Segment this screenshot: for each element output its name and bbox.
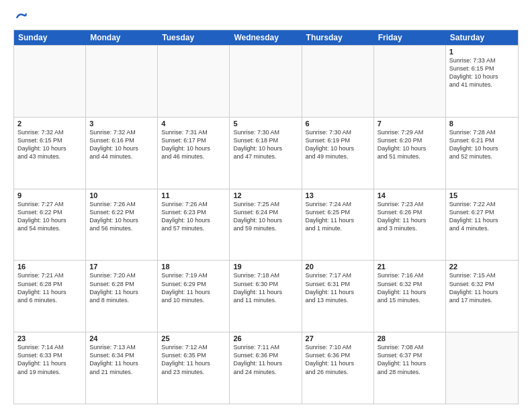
day-number: 27 <box>306 334 370 342</box>
day-info: Sunrise: 7:10 AM Sunset: 6:36 PM Dayligh… <box>306 343 370 376</box>
weekday-header-monday: Monday <box>86 30 158 45</box>
logo <box>13 11 28 24</box>
day-number: 23 <box>17 334 82 342</box>
day-info: Sunrise: 7:14 AM Sunset: 6:33 PM Dayligh… <box>17 343 82 376</box>
day-number: 9 <box>17 191 82 199</box>
cal-cell: 26Sunrise: 7:11 AM Sunset: 6:36 PM Dayli… <box>230 332 302 404</box>
calendar: SundayMondayTuesdayWednesdayThursdayFrid… <box>13 30 519 404</box>
cal-row-5: 23Sunrise: 7:14 AM Sunset: 6:33 PM Dayli… <box>14 332 518 404</box>
cal-cell: 15Sunrise: 7:22 AM Sunset: 6:27 PM Dayli… <box>446 189 518 261</box>
cal-cell: 3Sunrise: 7:32 AM Sunset: 6:16 PM Daylig… <box>86 118 158 189</box>
day-number: 19 <box>233 263 298 271</box>
day-info: Sunrise: 7:26 AM Sunset: 6:23 PM Dayligh… <box>161 200 226 233</box>
day-info: Sunrise: 7:23 AM Sunset: 6:26 PM Dayligh… <box>378 200 442 233</box>
cal-cell: 24Sunrise: 7:13 AM Sunset: 6:34 PM Dayli… <box>86 332 158 404</box>
day-info: Sunrise: 7:33 AM Sunset: 6:15 PM Dayligh… <box>449 56 515 89</box>
cal-cell <box>14 46 86 117</box>
day-number: 4 <box>161 120 226 128</box>
cal-cell: 8Sunrise: 7:28 AM Sunset: 6:21 PM Daylig… <box>446 118 518 189</box>
day-info: Sunrise: 7:22 AM Sunset: 6:27 PM Dayligh… <box>449 200 515 233</box>
cal-cell: 23Sunrise: 7:14 AM Sunset: 6:33 PM Dayli… <box>14 332 86 404</box>
day-info: Sunrise: 7:31 AM Sunset: 6:17 PM Dayligh… <box>161 128 226 161</box>
page: SundayMondayTuesdayWednesdayThursdayFrid… <box>0 0 532 411</box>
day-info: Sunrise: 7:15 AM Sunset: 6:32 PM Dayligh… <box>449 271 515 304</box>
cal-cell: 1Sunrise: 7:33 AM Sunset: 6:15 PM Daylig… <box>446 46 518 117</box>
cal-cell <box>446 332 518 404</box>
day-number: 12 <box>233 191 298 199</box>
cal-cell: 4Sunrise: 7:31 AM Sunset: 6:17 PM Daylig… <box>158 118 230 189</box>
day-number: 26 <box>233 334 298 342</box>
day-info: Sunrise: 7:30 AM Sunset: 6:18 PM Dayligh… <box>233 128 298 161</box>
day-info: Sunrise: 7:25 AM Sunset: 6:24 PM Dayligh… <box>233 200 298 233</box>
weekday-header-wednesday: Wednesday <box>230 30 302 45</box>
day-number: 1 <box>449 48 515 56</box>
cal-cell: 18Sunrise: 7:19 AM Sunset: 6:29 PM Dayli… <box>158 261 230 332</box>
cal-cell: 28Sunrise: 7:08 AM Sunset: 6:37 PM Dayli… <box>374 332 446 404</box>
cal-cell: 27Sunrise: 7:10 AM Sunset: 6:36 PM Dayli… <box>302 332 374 404</box>
cal-row-4: 16Sunrise: 7:21 AM Sunset: 6:28 PM Dayli… <box>14 260 518 332</box>
cal-cell: 7Sunrise: 7:29 AM Sunset: 6:20 PM Daylig… <box>374 118 446 189</box>
day-info: Sunrise: 7:32 AM Sunset: 6:15 PM Dayligh… <box>17 128 82 161</box>
calendar-header: SundayMondayTuesdayWednesdayThursdayFrid… <box>14 30 518 45</box>
day-number: 8 <box>449 120 515 128</box>
day-info: Sunrise: 7:13 AM Sunset: 6:34 PM Dayligh… <box>89 343 154 376</box>
cal-cell: 25Sunrise: 7:12 AM Sunset: 6:35 PM Dayli… <box>158 332 230 404</box>
day-number: 22 <box>449 263 515 271</box>
cal-cell: 20Sunrise: 7:17 AM Sunset: 6:31 PM Dayli… <box>302 261 374 332</box>
header <box>13 11 519 24</box>
day-number: 2 <box>17 120 82 128</box>
cal-cell: 12Sunrise: 7:25 AM Sunset: 6:24 PM Dayli… <box>230 189 302 261</box>
cal-cell: 22Sunrise: 7:15 AM Sunset: 6:32 PM Dayli… <box>446 261 518 332</box>
cal-cell: 19Sunrise: 7:18 AM Sunset: 6:30 PM Dayli… <box>230 261 302 332</box>
weekday-header-saturday: Saturday <box>446 30 518 45</box>
cal-cell <box>158 46 230 117</box>
cal-row-3: 9Sunrise: 7:27 AM Sunset: 6:22 PM Daylig… <box>14 189 518 261</box>
cal-cell <box>302 46 374 117</box>
day-number: 11 <box>161 191 226 199</box>
day-number: 10 <box>89 191 154 199</box>
cal-cell: 10Sunrise: 7:26 AM Sunset: 6:22 PM Dayli… <box>86 189 158 261</box>
cal-row-2: 2Sunrise: 7:32 AM Sunset: 6:15 PM Daylig… <box>14 117 518 189</box>
day-number: 6 <box>306 120 370 128</box>
day-info: Sunrise: 7:30 AM Sunset: 6:19 PM Dayligh… <box>306 128 370 161</box>
cal-cell: 21Sunrise: 7:16 AM Sunset: 6:32 PM Dayli… <box>374 261 446 332</box>
day-info: Sunrise: 7:19 AM Sunset: 6:29 PM Dayligh… <box>161 271 226 304</box>
day-info: Sunrise: 7:12 AM Sunset: 6:35 PM Dayligh… <box>161 343 226 376</box>
cal-cell <box>86 46 158 117</box>
cal-cell <box>374 46 446 117</box>
day-number: 20 <box>306 263 370 271</box>
day-number: 5 <box>233 120 298 128</box>
day-info: Sunrise: 7:24 AM Sunset: 6:25 PM Dayligh… <box>306 200 370 233</box>
day-info: Sunrise: 7:26 AM Sunset: 6:22 PM Dayligh… <box>89 200 154 233</box>
day-number: 18 <box>161 263 226 271</box>
day-info: Sunrise: 7:11 AM Sunset: 6:36 PM Dayligh… <box>233 343 298 376</box>
cal-cell: 14Sunrise: 7:23 AM Sunset: 6:26 PM Dayli… <box>374 189 446 261</box>
day-number: 17 <box>89 263 154 271</box>
day-info: Sunrise: 7:28 AM Sunset: 6:21 PM Dayligh… <box>449 128 515 161</box>
day-info: Sunrise: 7:17 AM Sunset: 6:31 PM Dayligh… <box>306 271 370 304</box>
cal-cell: 5Sunrise: 7:30 AM Sunset: 6:18 PM Daylig… <box>230 118 302 189</box>
day-info: Sunrise: 7:21 AM Sunset: 6:28 PM Dayligh… <box>17 271 82 304</box>
day-number: 15 <box>449 191 515 199</box>
day-number: 24 <box>89 334 154 342</box>
day-info: Sunrise: 7:18 AM Sunset: 6:30 PM Dayligh… <box>233 271 298 304</box>
cal-cell: 6Sunrise: 7:30 AM Sunset: 6:19 PM Daylig… <box>302 118 374 189</box>
day-number: 13 <box>306 191 370 199</box>
day-number: 3 <box>89 120 154 128</box>
weekday-header-sunday: Sunday <box>14 30 86 45</box>
cal-row-1: 1Sunrise: 7:33 AM Sunset: 6:15 PM Daylig… <box>14 45 518 117</box>
day-number: 28 <box>378 334 442 342</box>
weekday-header-tuesday: Tuesday <box>158 30 230 45</box>
day-info: Sunrise: 7:20 AM Sunset: 6:28 PM Dayligh… <box>89 271 154 304</box>
cal-cell <box>230 46 302 117</box>
calendar-body: 1Sunrise: 7:33 AM Sunset: 6:15 PM Daylig… <box>14 45 518 404</box>
cal-cell: 13Sunrise: 7:24 AM Sunset: 6:25 PM Dayli… <box>302 189 374 261</box>
cal-cell: 16Sunrise: 7:21 AM Sunset: 6:28 PM Dayli… <box>14 261 86 332</box>
day-info: Sunrise: 7:16 AM Sunset: 6:32 PM Dayligh… <box>378 271 442 304</box>
day-info: Sunrise: 7:29 AM Sunset: 6:20 PM Dayligh… <box>378 128 442 161</box>
cal-cell: 11Sunrise: 7:26 AM Sunset: 6:23 PM Dayli… <box>158 189 230 261</box>
day-info: Sunrise: 7:08 AM Sunset: 6:37 PM Dayligh… <box>378 343 442 376</box>
day-number: 21 <box>378 263 442 271</box>
logo-icon <box>15 11 28 24</box>
day-number: 25 <box>161 334 226 342</box>
